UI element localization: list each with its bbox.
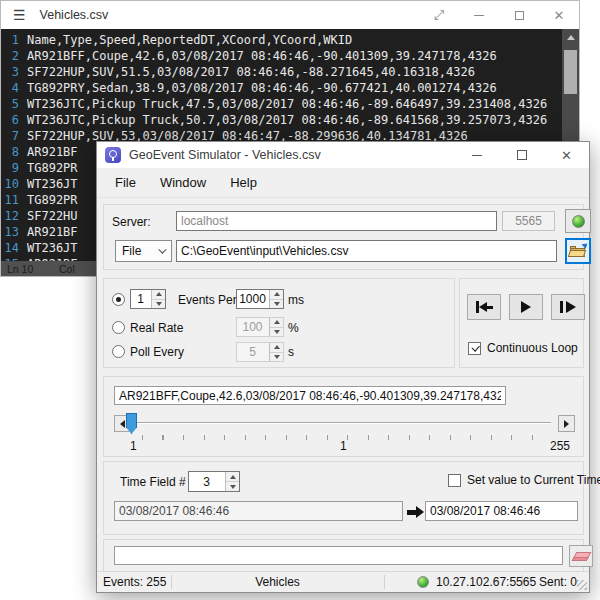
- playback-group: Continuous Loop: [459, 278, 584, 368]
- menu-window[interactable]: Window: [148, 171, 218, 194]
- slider-mid-label: 1: [340, 439, 347, 453]
- status-feed-name: Vehicles: [171, 572, 384, 592]
- file-path-input[interactable]: [176, 240, 557, 262]
- line-number: 4: [1, 80, 27, 96]
- csv-line: 4TG892PRY,Sedan,38.9,03/08/2017 08:46:46…: [1, 80, 562, 96]
- hamburger-menu-icon[interactable]: ☰: [13, 7, 26, 23]
- line-number: 11: [1, 192, 27, 208]
- close-icon[interactable]: ✕: [539, 1, 579, 29]
- time-group: Time Field # 3 Set value to Current Time: [103, 461, 584, 535]
- line-text: AR921BF: [27, 224, 78, 240]
- connect-button[interactable]: [565, 209, 591, 233]
- line-text: WT236JTC,Pickup Truck,50.7,03/08/2017 08…: [27, 112, 547, 128]
- spin-down-icon[interactable]: [270, 299, 283, 309]
- events-per-label: Events Per: [178, 293, 237, 307]
- scrollbar-thumb[interactable]: [564, 50, 577, 94]
- sim-menubar: File Window Help: [97, 168, 589, 198]
- time-from-input[interactable]: [114, 501, 403, 521]
- real-rate-unit-label: %: [288, 321, 299, 335]
- line-text: TG892PR: [27, 192, 78, 208]
- play-button[interactable]: [509, 294, 543, 320]
- slider-max-label: 255: [550, 439, 570, 453]
- poll-every-radio[interactable]: [112, 345, 125, 358]
- scroll-up-icon[interactable]: [562, 29, 579, 45]
- minimize-icon[interactable]: [454, 142, 499, 168]
- csv-line: 2AR921BFF,Coupe,42.6,03/08/2017 08:46:46…: [1, 48, 562, 64]
- slider-right-button[interactable]: [558, 415, 575, 432]
- current-event-input[interactable]: [114, 386, 506, 405]
- source-type-dropdown[interactable]: File: [115, 240, 172, 262]
- csv-line: 6WT236JTC,Pickup Truck,50.7,03/08/2017 0…: [1, 112, 562, 128]
- geoevent-simulator-window: GeoEvent Simulator - Vehicles.csv ✕ File…: [96, 141, 590, 593]
- time-field-spinner[interactable]: 3: [188, 471, 240, 492]
- real-rate-label: Real Rate: [130, 321, 183, 335]
- sim-window-title: GeoEvent Simulator - Vehicles.csv: [129, 148, 321, 162]
- line-text: SF722HUP,SUV,51.5,03/08/2017 08:46:46,-8…: [27, 64, 475, 80]
- maximize-icon[interactable]: [499, 142, 544, 168]
- line-text: WT236JTC,Pickup Truck,47.5,03/08/2017 08…: [27, 96, 547, 112]
- set-current-time-label: Set value to Current Time: [467, 473, 600, 487]
- minimize-icon[interactable]: [459, 1, 499, 29]
- continuous-loop-row: Continuous Loop: [468, 341, 578, 355]
- progress-output-input[interactable]: [114, 546, 563, 565]
- interval-unit-label: ms: [288, 293, 304, 307]
- event-slider-track[interactable]: [136, 422, 551, 424]
- column-indicator: Col: [59, 263, 75, 275]
- maximize-icon[interactable]: [499, 1, 539, 29]
- interval-spinner[interactable]: 1000: [236, 289, 284, 309]
- sim-titlebar: GeoEvent Simulator - Vehicles.csv ✕: [97, 142, 589, 168]
- spin-up-icon[interactable]: [226, 472, 239, 481]
- csv-window-controls: ⤢ ✕: [419, 1, 579, 29]
- fullscreen-icon[interactable]: ⤢: [419, 1, 459, 29]
- source-type-value: File: [122, 244, 141, 258]
- real-rate-radio[interactable]: [112, 321, 125, 334]
- continuous-loop-label: Continuous Loop: [487, 341, 578, 355]
- line-number: 5: [1, 96, 27, 112]
- line-number: 10: [1, 176, 27, 192]
- spin-down-icon[interactable]: [226, 481, 239, 491]
- play-icon: [521, 301, 531, 313]
- events-per-radio[interactable]: [112, 293, 125, 306]
- line-number: 12: [1, 208, 27, 224]
- menu-help[interactable]: Help: [218, 171, 269, 194]
- status-events-count: Events: 255: [103, 572, 166, 592]
- close-icon[interactable]: ✕: [544, 142, 589, 168]
- spin-up-icon[interactable]: [270, 290, 283, 299]
- line-number: 2: [1, 48, 27, 64]
- line-number: 14: [1, 240, 27, 256]
- resize-grip[interactable]: [577, 580, 587, 590]
- step-to-start-button[interactable]: [467, 294, 501, 320]
- arrow-right-icon: [407, 506, 424, 518]
- line-number: 7: [1, 128, 27, 144]
- open-folder-icon: [570, 246, 586, 257]
- rate-group: 1 Events Per 1000 ms Real Rate 100 % Pol…: [103, 278, 455, 368]
- menu-file[interactable]: File: [103, 171, 148, 194]
- progress-group: [103, 539, 584, 572]
- events-count-spinner[interactable]: 1: [130, 289, 166, 309]
- spin-down-icon[interactable]: [152, 299, 165, 309]
- csv-window-title: Vehicles.csv: [40, 8, 109, 22]
- server-host-input[interactable]: [176, 211, 497, 231]
- browse-button[interactable]: [565, 238, 591, 264]
- slider-min-label: 1: [130, 439, 137, 453]
- set-current-time-checkbox[interactable]: [448, 474, 461, 487]
- line-text: TG892PRY,Sedan,38.9,03/08/2017 08:46:46,…: [27, 80, 497, 96]
- poll-unit-label: s: [288, 345, 294, 359]
- line-text: AR921BFF,Coupe,42.6,03/08/2017 08:46:46,…: [27, 48, 497, 64]
- line-text: TG892PR: [27, 160, 78, 176]
- sim-window-controls: ✕: [454, 142, 589, 168]
- server-group: Server: File: [103, 204, 584, 270]
- line-number: 9: [1, 160, 27, 176]
- time-to-input[interactable]: [425, 501, 578, 521]
- line-number: 13: [1, 224, 27, 240]
- csv-line: 1Name,Type,Speed,ReportedDT,XCoord,YCoor…: [1, 32, 562, 48]
- chevron-down-icon: [158, 245, 166, 253]
- clear-button[interactable]: [569, 545, 593, 567]
- continuous-loop-checkbox[interactable]: [468, 342, 481, 355]
- spin-up-icon[interactable]: [152, 290, 165, 299]
- csv-line: 3SF722HUP,SUV,51.5,03/08/2017 08:46:46,-…: [1, 64, 562, 80]
- server-port-input[interactable]: [502, 211, 555, 231]
- line-number: 8: [1, 144, 27, 160]
- csv-titlebar: ☰ Vehicles.csv ⤢ ✕: [1, 1, 579, 29]
- step-forward-button[interactable]: [551, 294, 585, 320]
